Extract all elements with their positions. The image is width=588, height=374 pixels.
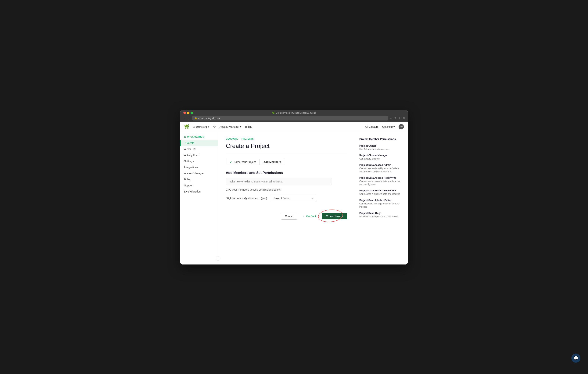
role-select[interactable]: Project Owner Project Cluster Manager Pr…: [271, 195, 316, 201]
share-icon[interactable]: ⬆: [394, 116, 396, 120]
org-grid-icon: ⊞: [184, 136, 186, 138]
sidebar-item-live-migration[interactable]: Live Migration: [180, 189, 218, 195]
create-project-button[interactable]: Create Project: [322, 213, 347, 219]
download-icon[interactable]: ⬇: [390, 116, 392, 120]
sidebar: ⊞ ORGANIZATION Projects Alerts 0 Activit…: [180, 132, 218, 265]
sidebar-item-projects[interactable]: Projects: [180, 140, 218, 146]
member-row: 00glass.bodices@icloud.com (you) Project…: [226, 195, 347, 201]
permission-item-search-editor: Project Search Index Editor Can view and…: [359, 199, 403, 209]
access-manager-dropdown-icon: ▾: [240, 125, 241, 128]
sidebar-collapse-button[interactable]: ‹: [216, 256, 220, 261]
sidebar-item-support[interactable]: Support: [180, 182, 218, 189]
sidebar-item-integrations[interactable]: Integrations: [180, 164, 218, 170]
tabs-icon[interactable]: ⧉: [403, 116, 405, 120]
top-nav: 🌿 ⊞ Demo org ▾ ⚙ Access Manager ▾ Billin…: [180, 122, 408, 132]
invite-input[interactable]: [226, 178, 332, 185]
sidebar-item-settings[interactable]: Settings: [180, 158, 218, 164]
mongo-logo: 🌿: [184, 124, 189, 129]
step-name-project[interactable]: ✓ Name Your Project: [226, 159, 260, 165]
breadcrumb-current[interactable]: PROJECTS: [242, 138, 254, 140]
traffic-light-red[interactable]: [183, 112, 186, 114]
browser-tab-title: Create Project | Cloud: MongoDB Cloud: [276, 112, 316, 114]
sidebar-section-label: ⊞ ORGANIZATION: [180, 136, 218, 140]
billing-link[interactable]: Billing: [245, 125, 252, 128]
go-back-button[interactable]: ← Go Back: [299, 213, 320, 219]
steps-bar: ✓ Name Your Project Add Members: [226, 159, 347, 165]
member-email: 00glass.bodices@icloud.com (you): [226, 197, 267, 200]
address-bar[interactable]: 🔒 cloud.mongodb.com: [192, 116, 388, 120]
hint-text: Give your members access permissions bel…: [226, 188, 347, 191]
back-button[interactable]: ‹: [183, 116, 187, 120]
create-button-wrapper: Create Project: [322, 213, 347, 219]
org-dropdown-icon: ▾: [208, 125, 209, 128]
get-help-link[interactable]: Get Help ▾: [382, 125, 395, 128]
go-back-arrow-icon: ←: [303, 215, 305, 218]
permissions-panel: Project Member Permissions Project Owner…: [355, 132, 408, 265]
chat-widget-button[interactable]: 💬: [571, 353, 580, 363]
all-clusters-link[interactable]: All Clusters: [365, 125, 378, 128]
permission-item-data-admin: Project Data Access Admin Can access and…: [359, 163, 403, 173]
buttons-row: Cancel ← Go Back Create Project: [226, 213, 347, 220]
breadcrumb-org[interactable]: DEMO ORG: [226, 138, 239, 140]
avatar[interactable]: A ▾: [399, 124, 404, 129]
section-title: Add Members and Set Permissions: [226, 171, 347, 175]
page-title: Create a Project: [226, 142, 347, 150]
lock-icon: 🔒: [195, 117, 197, 119]
permission-item-read-only: Project Read Only May only modify person…: [359, 212, 403, 218]
favicon-icon: 🌿: [272, 112, 275, 114]
url-text: cloud.mongodb.com: [198, 117, 220, 119]
main-content: DEMO ORG › PROJECTS Create a Project ✓ N…: [218, 132, 355, 265]
sidebar-item-access-manager[interactable]: Access Manager: [180, 170, 218, 176]
step-add-members[interactable]: Add Members: [260, 159, 285, 165]
access-manager-link[interactable]: Access Manager ▾: [220, 125, 241, 128]
settings-button[interactable]: ⚙: [213, 125, 216, 129]
avatar-dropdown-icon: ▾: [401, 125, 403, 128]
chat-icon: 💬: [574, 356, 578, 360]
get-help-dropdown-icon: ▾: [393, 125, 395, 128]
alerts-badge: 0: [193, 148, 196, 150]
new-tab-icon[interactable]: ＋: [398, 116, 401, 120]
permission-item-owner: Project Owner Has full administration ac…: [359, 144, 403, 151]
org-name: Demo org: [196, 125, 207, 128]
panel-title: Project Member Permissions: [359, 138, 403, 140]
sidebar-item-billing[interactable]: Billing: [180, 176, 218, 182]
sidebar-item-alerts[interactable]: Alerts 0: [180, 146, 218, 152]
permission-item-readonly: Project Data Access Read Only Can access…: [359, 189, 403, 196]
traffic-light-green[interactable]: [190, 112, 193, 114]
breadcrumb: DEMO ORG › PROJECTS: [226, 138, 347, 140]
permission-item-readwrite: Project Data Access Read/Write Can acces…: [359, 176, 403, 186]
step-check-icon: ✓: [230, 160, 232, 163]
sidebar-item-activity-feed[interactable]: Activity Feed: [180, 152, 218, 158]
permission-item-cluster-manager: Project Cluster Manager Can update clust…: [359, 154, 403, 160]
forward-button[interactable]: ›: [187, 116, 190, 120]
traffic-light-yellow[interactable]: [187, 112, 189, 114]
org-selector[interactable]: ⊞ Demo org ▾: [193, 125, 209, 128]
org-icon: ⊞: [193, 125, 195, 128]
cancel-button[interactable]: Cancel: [281, 213, 297, 220]
